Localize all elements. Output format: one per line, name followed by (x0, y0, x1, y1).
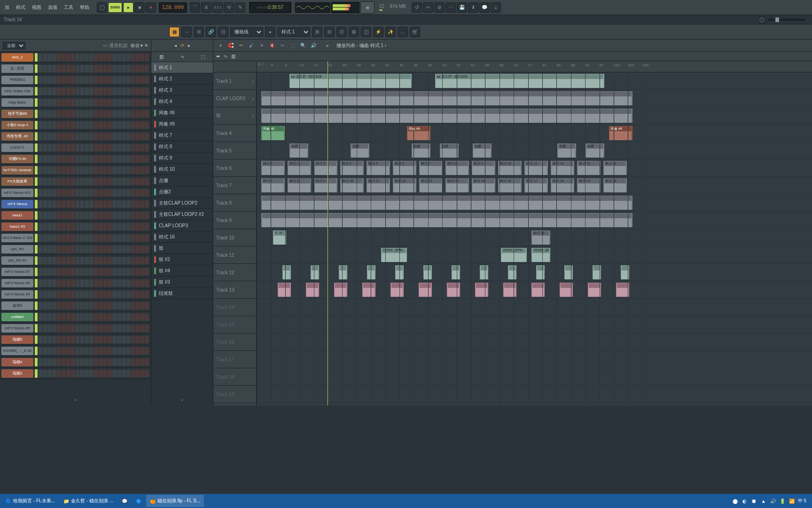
step-cell[interactable] (108, 268, 112, 276)
step-cell[interactable] (57, 167, 61, 174)
step-cell[interactable] (71, 358, 75, 366)
playlist-clip[interactable]: 间奏 #6 (261, 126, 285, 140)
channel-row[interactable]: 伟然专用..#2 (0, 131, 151, 142)
step-cell[interactable] (43, 200, 47, 208)
pat-song-toggle[interactable]: SONG (108, 2, 122, 13)
step-cell[interactable] (94, 144, 98, 151)
step-cell[interactable] (145, 200, 149, 208)
step-cell[interactable] (39, 302, 43, 310)
step-cell[interactable] (76, 358, 80, 366)
tool-7-icon[interactable]: ✨ (385, 27, 396, 37)
step-cell[interactable] (62, 144, 66, 151)
step-cell[interactable] (103, 133, 108, 140)
step-cell[interactable] (94, 178, 98, 185)
step-cell[interactable] (43, 144, 47, 151)
step-cell[interactable] (108, 234, 112, 242)
playlist-clip[interactable] (475, 283, 488, 297)
channel-row[interactable]: KSHMR_..._E #2 (0, 345, 151, 357)
channel-mute-led[interactable] (35, 358, 38, 366)
step-cell[interactable] (135, 121, 140, 129)
step-cell[interactable] (85, 133, 89, 140)
step-cell[interactable] (71, 336, 75, 343)
step-cell[interactable] (103, 268, 108, 276)
step-cell[interactable] (48, 313, 52, 321)
step-cell[interactable] (94, 257, 98, 264)
step-cell[interactable] (85, 200, 89, 208)
plt-delete-icon[interactable]: ✕ (258, 41, 266, 50)
step-cell[interactable] (140, 279, 144, 287)
plt-mute-icon[interactable]: 🔇 (268, 41, 276, 50)
channel-mute-led[interactable] (35, 132, 38, 141)
pattern-item[interactable]: 鼓 #3 (151, 277, 213, 288)
step-cell[interactable] (80, 54, 84, 61)
step-cell[interactable] (108, 167, 112, 174)
step-cell[interactable] (117, 155, 121, 163)
view-mixer-icon[interactable]: ⊟ (218, 27, 228, 37)
step-cell[interactable] (66, 313, 70, 321)
step-cell[interactable] (71, 347, 75, 355)
step-cell[interactable] (89, 133, 94, 140)
step-cell[interactable] (140, 110, 144, 118)
step-cell[interactable] (94, 76, 98, 84)
playlist-clip[interactable]: 点缀 (351, 143, 369, 158)
step-cell[interactable] (66, 325, 70, 332)
step-cell[interactable] (103, 76, 108, 84)
step-cell[interactable] (62, 65, 66, 72)
step-cell[interactable] (43, 370, 47, 377)
channel-mute-led[interactable] (35, 98, 38, 107)
step-cell[interactable] (103, 347, 108, 355)
step-cell[interactable] (57, 99, 61, 106)
step-cell[interactable] (135, 76, 140, 84)
playlist-clip[interactable] (390, 283, 404, 297)
channel-row[interactable]: Qin_RV (0, 244, 151, 255)
step-cell[interactable] (140, 87, 144, 95)
tool-8-icon[interactable]: … (398, 27, 408, 37)
step-cell[interactable] (85, 167, 89, 174)
step-cell[interactable] (117, 121, 121, 129)
step-cell[interactable] (89, 291, 94, 298)
step-cell[interactable] (103, 246, 108, 253)
tool-shop-icon[interactable]: 🛒 (410, 27, 420, 37)
step-cell[interactable] (57, 279, 61, 287)
step-cell[interactable] (66, 268, 70, 276)
step-cell[interactable] (99, 99, 103, 106)
step-cell[interactable] (112, 302, 117, 310)
step-cell[interactable] (126, 133, 131, 140)
channel-mute-led[interactable] (35, 313, 38, 321)
step-cell[interactable] (99, 178, 103, 185)
tray-time[interactable]: 中 5 (798, 498, 806, 504)
step-cell[interactable] (112, 155, 117, 163)
step-cell[interactable] (89, 99, 94, 106)
step-cell[interactable] (89, 65, 94, 72)
step-cell[interactable] (140, 302, 144, 310)
step-cell[interactable] (52, 54, 56, 61)
step-cell[interactable] (71, 87, 75, 95)
step-cell[interactable] (126, 87, 131, 95)
step-cell[interactable] (57, 200, 61, 208)
step-cell[interactable] (122, 189, 126, 197)
step-cell[interactable] (71, 144, 75, 151)
step-cell[interactable] (52, 200, 56, 208)
pattern-item[interactable]: 间奏 #9 (151, 119, 213, 130)
plt-draw-icon[interactable]: ✏ (237, 41, 245, 50)
track-header[interactable]: Track 7 (213, 177, 256, 194)
step-cell[interactable] (126, 65, 131, 72)
step-cell[interactable] (99, 167, 103, 174)
step-cell[interactable] (135, 133, 140, 140)
step-cell[interactable] (39, 291, 43, 298)
step-cell[interactable] (140, 189, 144, 197)
step-cell[interactable] (39, 257, 43, 264)
step-cell[interactable] (62, 54, 66, 61)
step-cell[interactable] (48, 121, 52, 129)
step-cell[interactable] (89, 268, 94, 276)
step-cell[interactable] (112, 144, 117, 151)
pattern-item[interactable]: CLAP LOOP3 (151, 220, 213, 231)
step-cell[interactable] (76, 246, 80, 253)
step-cell[interactable] (76, 110, 80, 118)
step-cell[interactable] (48, 279, 52, 287)
pattern-select[interactable]: 样式 1 (277, 27, 310, 37)
step-cell[interactable] (66, 110, 70, 118)
step-cell[interactable] (145, 133, 149, 140)
step-cell[interactable] (62, 99, 66, 106)
step-cell[interactable] (126, 155, 131, 163)
